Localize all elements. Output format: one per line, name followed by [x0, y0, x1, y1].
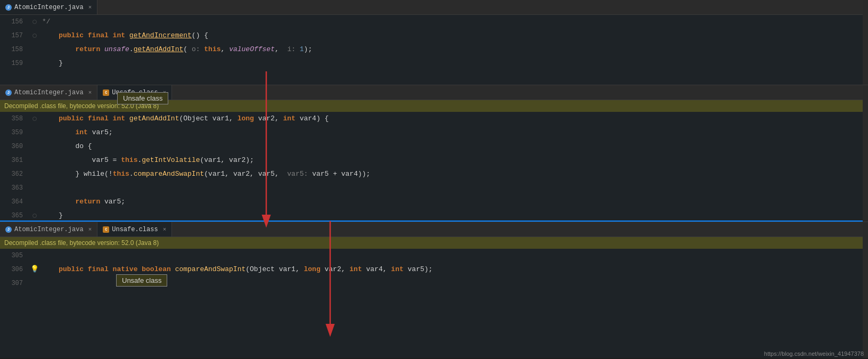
code-line-159: 159 }	[0, 56, 868, 70]
tab-atomic-integer-bottom[interactable]: J AtomicInteger.java ×	[0, 222, 97, 236]
gutter-306: 💡	[29, 263, 40, 276]
tab-atomic-integer-middle[interactable]: J AtomicInteger.java ×	[0, 85, 97, 100]
line-num-156: 156	[0, 15, 29, 29]
tab-close-atomic-bottom[interactable]: ×	[88, 226, 92, 233]
code-line-360: 360 do {	[0, 140, 868, 153]
bottom-info-text: Decompiled .class file, bytecode version…	[4, 239, 159, 247]
unsafe-class-label-2: Unsafe class	[122, 276, 161, 284]
middle-panel: J AtomicInteger.java × C Unsafe.class × …	[0, 85, 868, 222]
code-content-359: int var5;	[40, 126, 868, 140]
line-num-306: 306	[0, 263, 29, 276]
code-line-157: 157 public final int getAndIncrement() {	[0, 29, 868, 43]
tab-close-top[interactable]: ×	[88, 4, 92, 11]
code-content-358: public final int getAndAddInt(Object var…	[40, 112, 868, 126]
bulb-icon: 💡	[30, 263, 39, 276]
line-num-364: 364	[0, 195, 29, 209]
code-line-364: 364 return var5;	[0, 195, 868, 209]
line-num-362: 362	[0, 167, 29, 181]
code-line-156: 156 */	[0, 15, 868, 29]
line-num-358: 358	[0, 112, 29, 126]
tab-close-atomic-middle[interactable]: ×	[88, 89, 92, 96]
unsafe-class-label-1: Unsafe class	[123, 94, 162, 102]
bottom-scrollbar[interactable]	[863, 222, 868, 358]
code-content-363	[40, 181, 868, 195]
code-line-361: 361 var5 = this.getIntVolatile(var1, var…	[0, 153, 868, 167]
tab-label-atomic-middle: AtomicInteger.java	[14, 89, 84, 96]
line-num-360: 360	[0, 140, 29, 153]
bottom-info-bar: Decompiled .class file, bytecode version…	[0, 237, 868, 249]
code-content-156: */	[40, 15, 868, 29]
tab-label-unsafe-bottom: Unsafe.class	[112, 226, 158, 233]
code-line-363: 363	[0, 181, 868, 195]
middle-scrollbar[interactable]	[863, 85, 868, 222]
unsafe-class-tooltip-2: Unsafe class	[116, 274, 167, 287]
java-icon: J	[5, 4, 12, 11]
gutter-358	[29, 117, 40, 121]
line-num-305: 305	[0, 249, 29, 263]
code-content-362: } while(!this.compareAndSwapInt(var1, va…	[40, 167, 868, 181]
code-content-159: }	[40, 56, 868, 70]
code-content-361: var5 = this.getIntVolatile(var1, var2);	[40, 153, 868, 167]
code-line-359: 359 int var5;	[0, 126, 868, 140]
java-icon-middle: J	[5, 89, 12, 96]
line-num-361: 361	[0, 153, 29, 167]
code-content-305	[40, 249, 868, 263]
code-content-157: public final int getAndIncrement() {	[40, 29, 868, 43]
gutter-157	[29, 34, 40, 38]
code-content-364: return var5;	[40, 195, 868, 209]
unsafe-class-tooltip-1: Unsafe class	[117, 92, 168, 104]
line-num-159: 159	[0, 56, 29, 70]
tab-close-unsafe-bottom[interactable]: ×	[163, 226, 167, 233]
blue-separator-middle	[0, 221, 868, 222]
tab-atomic-integer-top[interactable]: J AtomicInteger.java ×	[0, 0, 97, 14]
class-icon-bottom: C	[103, 226, 109, 233]
watermark: https://blog.csdn.net/weixin_41947378	[764, 350, 864, 357]
class-icon-middle: C	[103, 89, 109, 96]
line-num-158: 158	[0, 43, 29, 56]
gutter-365	[29, 214, 40, 218]
middle-code-area: 358 public final int getAndAddInt(Object…	[0, 112, 868, 222]
bottom-panel: J AtomicInteger.java × C Unsafe.class × …	[0, 222, 868, 358]
java-icon-bottom: J	[5, 226, 12, 233]
line-num-359: 359	[0, 126, 29, 140]
code-line-305: 305	[0, 249, 868, 263]
code-line-362: 362 } while(!this.compareAndSwapInt(var1…	[0, 167, 868, 181]
line-num-363: 363	[0, 181, 29, 195]
code-line-358: 358 public final int getAndAddInt(Object…	[0, 112, 868, 126]
top-tab-bar: J AtomicInteger.java ×	[0, 0, 868, 15]
code-line-158: 158 return unsafe.getAndAddInt( o: this,…	[0, 43, 868, 56]
code-content-158: return unsafe.getAndAddInt( o: this, val…	[40, 43, 868, 56]
tab-label-atomic-integer-top: AtomicInteger.java	[14, 4, 84, 11]
tab-unsafe-class-bottom[interactable]: C Unsafe.class ×	[97, 222, 172, 236]
top-panel: J AtomicInteger.java × 156 */ 157 public…	[0, 0, 868, 85]
code-content-360: do {	[40, 140, 868, 153]
bottom-tab-bar: J AtomicInteger.java × C Unsafe.class ×	[0, 222, 868, 237]
tab-label-atomic-bottom: AtomicInteger.java	[14, 226, 84, 233]
gutter-156	[29, 20, 40, 24]
line-num-157: 157	[0, 29, 29, 43]
top-code-area: 156 */ 157 public final int getAndIncrem…	[0, 15, 868, 70]
line-num-307: 307	[0, 276, 29, 290]
top-scrollbar[interactable]	[863, 0, 868, 85]
